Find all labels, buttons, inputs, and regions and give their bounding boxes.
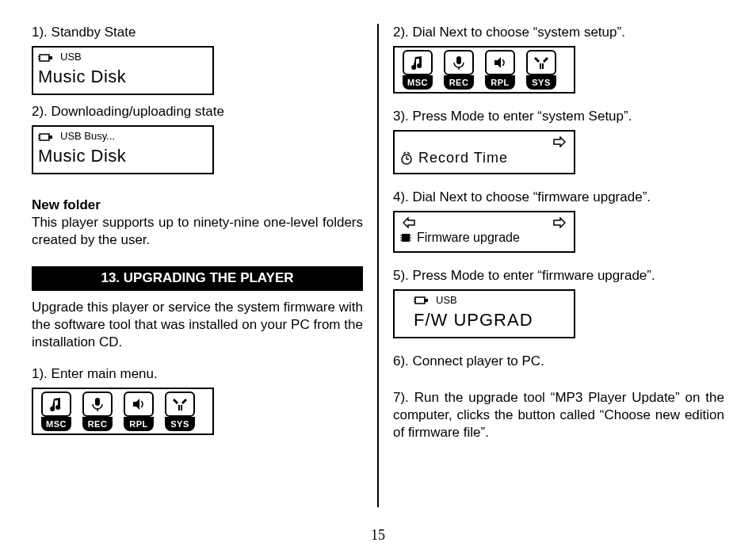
lcd-standby: USB Music Disk (32, 46, 214, 95)
svg-rect-28 (415, 297, 425, 304)
svg-rect-15 (542, 63, 544, 69)
svg-rect-10 (178, 405, 180, 411)
lcd-busy: USB Busy... Music Disk (32, 125, 214, 174)
left-step-1: 1). Standby State (32, 24, 363, 41)
svg-rect-3 (38, 59, 40, 59)
lcd-main-text: Record Time (418, 149, 508, 167)
menu-item-msc: MSC (398, 50, 437, 90)
lcd-firmware-upgrade: Firmware upgrade (393, 211, 575, 253)
svg-rect-29 (424, 299, 428, 302)
tools-icon (165, 391, 195, 417)
menu-label: SYS (165, 417, 195, 431)
menu-label: REC (82, 417, 113, 431)
menu-label: MSC (41, 417, 71, 431)
upgrade-body: Upgrade this player or service the syste… (32, 299, 363, 351)
svg-rect-12 (456, 56, 461, 64)
arrow-left-icon (403, 217, 415, 228)
lcd-usb-text: USB (60, 51, 82, 64)
menu-item-rec: REC (439, 50, 479, 90)
menu-item-rec: REC (78, 391, 117, 431)
svg-rect-1 (48, 56, 52, 59)
music-note-icon (41, 391, 71, 417)
svg-rect-5 (48, 136, 52, 139)
menu-label: RPL (485, 75, 515, 90)
menu-item-sys: SYS (521, 50, 561, 90)
svg-rect-6 (38, 136, 40, 136)
menu-item-msc: MSC (36, 391, 76, 431)
svg-rect-21 (402, 234, 410, 242)
menu-item-rpl: RPL (119, 391, 158, 431)
music-note-icon (403, 50, 433, 75)
lcd-record-time: Record Time (393, 130, 575, 174)
menu-label: REC (444, 75, 474, 90)
new-folder-body: This player supports up to ninety-nine o… (32, 214, 363, 249)
right-step-4: 4). Dial Next to choose “firmware upgrad… (393, 189, 724, 206)
svg-line-19 (403, 152, 406, 154)
left-step-enter-main: 1). Enter main menu. (32, 365, 363, 383)
menu-label: RPL (124, 417, 154, 431)
right-step-3: 3). Press Mode to enter “system Setup”. (393, 108, 724, 125)
lcd-usb-text: USB Busy... (60, 130, 115, 143)
svg-rect-14 (540, 63, 541, 69)
usb-icon (38, 53, 55, 63)
menu-item-sys: SYS (160, 391, 200, 431)
left-column: 1). Standby State USB Music Disk 2). Dow… (32, 24, 377, 507)
menu-label: MSC (403, 75, 433, 90)
lcd-usb-text: USB (436, 294, 457, 307)
right-step-2: 2). Dial Next to choose “system setup”. (393, 24, 724, 41)
new-folder-heading: New folder (32, 197, 363, 214)
right-step-6: 6). Connect player to PC. (393, 353, 724, 370)
speaker-icon (124, 391, 154, 417)
svg-rect-11 (181, 405, 182, 411)
chip-icon (399, 231, 412, 244)
usb-icon (414, 296, 431, 305)
section-13-bar: 13. UPGRADING THE PLAYER (32, 266, 363, 290)
lcd-main-text: Music Disk (38, 145, 208, 168)
lcd-main-text: Firmware upgrade (417, 230, 520, 246)
speaker-icon (485, 50, 515, 75)
arrow-right-icon (553, 136, 566, 147)
svg-rect-0 (40, 55, 49, 61)
microphone-icon (444, 50, 474, 75)
right-column: 2). Dial Next to choose “system setup”. … (377, 24, 724, 507)
lcd-fw-upgrad: USB F/W UPGRAD (393, 289, 575, 338)
main-menu-strip-right: MSC REC RPL SYS (393, 46, 575, 94)
right-step-7: 7). Run the upgrade tool “MP3 Player Upd… (393, 389, 724, 441)
lcd-main-text: Music Disk (38, 66, 208, 89)
menu-item-rpl: RPL (480, 50, 520, 90)
svg-rect-4 (40, 134, 49, 140)
svg-rect-2 (38, 56, 40, 57)
svg-rect-30 (414, 299, 416, 300)
clock-icon (399, 151, 414, 166)
svg-rect-31 (414, 301, 416, 302)
arrow-right-icon (553, 217, 566, 228)
usb-icon (38, 132, 55, 142)
menu-label: SYS (526, 75, 556, 90)
page-number: 15 (0, 527, 756, 544)
microphone-icon (82, 391, 113, 417)
left-step-2: 2). Downloading/uploading state (32, 103, 363, 120)
main-menu-strip-left: MSC REC RPL SYS (32, 388, 214, 435)
svg-line-20 (407, 152, 410, 154)
svg-rect-8 (95, 398, 100, 406)
tools-icon (526, 50, 556, 75)
lcd-main-text: F/W UPGRAD (399, 309, 569, 332)
right-step-5: 5). Press Mode to enter “firmware upgrad… (393, 267, 724, 285)
svg-rect-7 (38, 138, 40, 139)
